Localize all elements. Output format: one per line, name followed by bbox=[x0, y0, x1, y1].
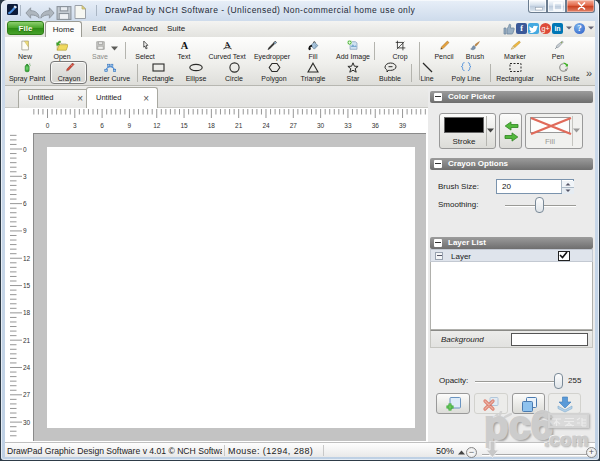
svg-text:33: 33 bbox=[344, 122, 352, 129]
svg-text:30: 30 bbox=[317, 122, 325, 129]
svg-text:27: 27 bbox=[23, 391, 31, 398]
svg-text:0: 0 bbox=[46, 122, 50, 129]
svg-text:3: 3 bbox=[23, 173, 27, 180]
svg-text:12: 12 bbox=[23, 255, 31, 262]
svg-text:15: 15 bbox=[23, 282, 31, 289]
svg-text:6: 6 bbox=[23, 200, 27, 207]
svg-text:A: A bbox=[180, 40, 188, 51]
svg-text:0: 0 bbox=[23, 146, 27, 153]
svg-text:12: 12 bbox=[153, 122, 161, 129]
svg-text:18: 18 bbox=[23, 309, 31, 316]
svg-text:21: 21 bbox=[235, 122, 243, 129]
svg-text:27: 27 bbox=[290, 122, 298, 129]
svg-text:18: 18 bbox=[208, 122, 216, 129]
svg-text:24: 24 bbox=[23, 364, 31, 371]
svg-text:24: 24 bbox=[262, 122, 270, 129]
svg-text:9: 9 bbox=[23, 227, 27, 234]
svg-text:9: 9 bbox=[128, 122, 132, 129]
svg-text:21: 21 bbox=[23, 337, 31, 344]
svg-text:36: 36 bbox=[372, 122, 380, 129]
svg-text:6: 6 bbox=[100, 122, 104, 129]
svg-text:30: 30 bbox=[23, 419, 31, 426]
svg-text:15: 15 bbox=[180, 122, 188, 129]
svg-text:39: 39 bbox=[399, 122, 407, 129]
svg-text:3: 3 bbox=[73, 122, 77, 129]
